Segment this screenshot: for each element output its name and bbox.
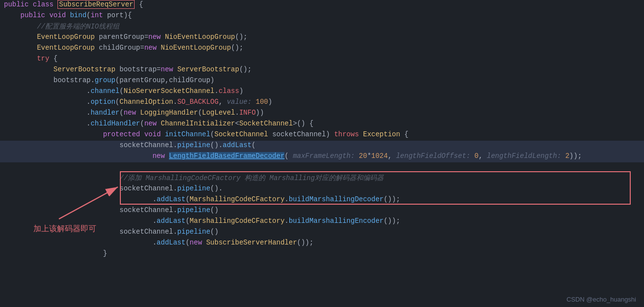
code-line: //配置服务端的NIO线程组	[0, 22, 644, 32]
code-line: .handler(new LoggingHandler(LogLevel.INF…	[0, 108, 644, 119]
line-content: .childHandler(new ChannelInitializer<Soc…	[0, 120, 644, 127]
token-plain: (	[210, 130, 214, 138]
token-plain: .	[284, 195, 288, 203]
token-plain	[165, 152, 169, 160]
token-plain: (	[140, 120, 144, 127]
token-kw-flow: try	[37, 55, 49, 62]
token-field: SO_BACKLOG	[177, 98, 219, 106]
token-plain: (	[186, 217, 190, 225]
token-param-hint: lengthFieldLength:	[487, 152, 565, 160]
token-plain: (	[119, 109, 123, 117]
token-class-name: ServerBootstrap	[177, 65, 239, 73]
code-line: socketChannel.pipeline()	[0, 227, 644, 238]
token-class-name: ServerBootstrap	[54, 65, 115, 73]
token-plain: (	[186, 195, 190, 203]
token-kw: class	[33, 0, 54, 8]
token-method: buildMarshallingEncoder	[289, 217, 384, 225]
token-plain: .	[284, 217, 288, 225]
token-class-name: EventLoopGroup	[37, 33, 95, 41]
code-line: try {	[0, 54, 644, 65]
token-plain: ());	[384, 195, 400, 203]
token-class-name: ChannelOption	[119, 98, 173, 106]
code-line: public class SubscribeReqServer {	[0, 0, 644, 11]
line-content: .addLast(MarshallingCodeCFactory.buildMa…	[0, 217, 644, 225]
token-plain	[4, 33, 37, 41]
line-content: socketChannel.pipeline().addLast(	[0, 141, 644, 149]
line-content: socketChannel.pipeline()	[0, 228, 644, 236]
token-field: INFO	[239, 109, 256, 117]
line-content: }	[0, 249, 644, 257]
line-content: .addLast(new SubscribeServerHandler());	[0, 239, 644, 246]
line-content: bootstrap.group(parentGroup,childGroup)	[0, 76, 644, 84]
token-plain: (	[252, 141, 255, 149]
token-plain: bootstrap.	[4, 76, 95, 84]
watermark: CSDN @echo_huangshi	[566, 296, 636, 303]
token-plain: ().	[210, 184, 223, 192]
token-plain: childGroup=	[95, 44, 144, 52]
line-content: socketChannel.pipeline()	[0, 206, 644, 214]
code-line	[0, 162, 644, 173]
line-content: try {	[0, 55, 644, 62]
token-kw: void	[144, 130, 161, 138]
token-plain: .	[173, 98, 177, 106]
token-plain: ,	[219, 98, 227, 106]
token-method: group	[95, 76, 115, 84]
token-plain: .	[4, 195, 157, 203]
token-kw: void	[49, 11, 66, 19]
token-plain: .	[4, 120, 90, 127]
token-kw: new	[144, 44, 157, 52]
token-class-name: MarshallingCodeCFactory	[190, 195, 284, 203]
code-line: socketChannel.pipeline().	[0, 184, 644, 195]
token-plain	[54, 0, 57, 8]
token-plain: .	[4, 98, 90, 106]
token-plain: .	[215, 87, 219, 95]
line-content: protected void initChannel(SocketChannel…	[0, 130, 644, 138]
token-method: pipeline	[177, 228, 210, 236]
token-plain: .	[4, 109, 90, 117]
token-plain: ());	[384, 217, 400, 225]
token-plain: )	[239, 87, 243, 95]
token-num: 100	[256, 98, 268, 106]
token-num: 2	[565, 152, 569, 160]
token-kw: new	[190, 239, 202, 246]
token-plain: parentGroup=	[95, 33, 148, 41]
token-kw: int	[90, 11, 103, 19]
code-line: new LengthFieldBasedFrameDecoder( maxFra…	[0, 152, 644, 162]
token-class-name: SocketChannel	[239, 120, 293, 127]
token-num: 20	[359, 152, 367, 160]
token-plain: >() {	[293, 120, 313, 127]
token-class-name: NioServerSocketChannel	[124, 87, 215, 95]
code-line: //添加 MarshallingCodeCFactory 构造的 Marshal…	[0, 173, 644, 184]
token-plain	[4, 174, 119, 182]
token-kw: protected	[103, 130, 140, 138]
line-content: //配置服务端的NIO线程组	[0, 22, 644, 31]
code-line: EventLoopGroup parentGroup=new NioEventL…	[0, 32, 644, 43]
token-class-name: ChannelInitializer	[161, 120, 235, 127]
token-kw: new	[144, 120, 157, 127]
line-content: socketChannel.pipeline().	[0, 184, 644, 192]
code-line: .addLast(new SubscribeServerHandler());	[0, 238, 644, 249]
token-plain: ));	[569, 152, 582, 160]
token-comment: //配置服务端的NIO线程组	[37, 23, 119, 31]
code-lines: public class SubscribeReqServer { public…	[0, 0, 644, 260]
token-class-name: MarshallingCodeCFactory	[190, 217, 284, 225]
token-plain: ()	[210, 206, 219, 214]
token-method: addLast	[157, 217, 186, 225]
token-plain: {	[400, 130, 409, 138]
token-plain: ,	[478, 152, 487, 160]
token-plain	[4, 11, 21, 19]
token-field: class	[219, 87, 239, 95]
token-plain: ();	[235, 33, 248, 41]
token-plain: }	[4, 249, 107, 257]
token-kw: public	[4, 0, 28, 8]
token-plain: .	[4, 217, 157, 225]
token-plain: socketChannel.	[4, 184, 177, 192]
line-content: .addLast(MarshallingCodeCFactory.buildMa…	[0, 195, 644, 203]
token-method: bind	[70, 11, 86, 19]
token-plain: ());	[297, 239, 314, 246]
code-line: public void bind(int port){	[0, 11, 644, 22]
token-plain: ();	[231, 44, 243, 52]
token-kw: new	[124, 109, 136, 117]
token-plain: *	[367, 152, 371, 160]
token-num: 0	[475, 152, 478, 160]
